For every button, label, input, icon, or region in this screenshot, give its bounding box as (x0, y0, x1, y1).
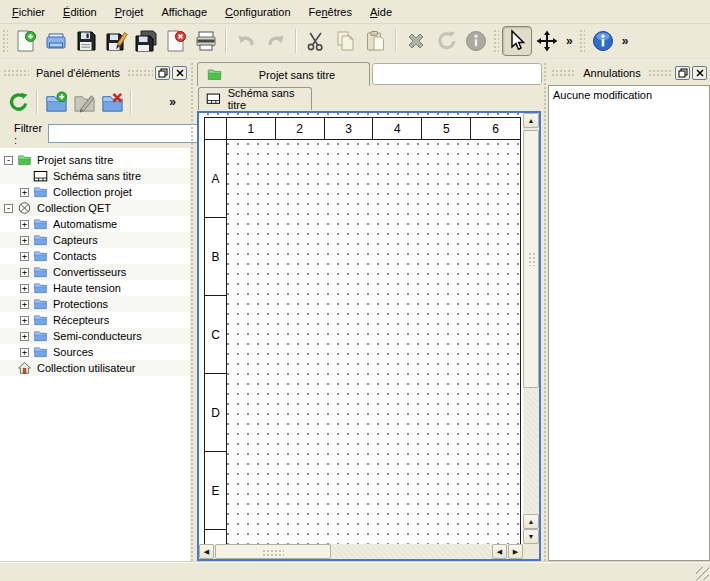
save-button[interactable] (71, 26, 101, 56)
close-dock-button[interactable] (692, 66, 707, 80)
close-dock-button[interactable] (172, 66, 187, 80)
toolbar-overflow-button[interactable]: » (562, 34, 577, 48)
open-project-button[interactable] (41, 26, 71, 56)
copy-icon (334, 29, 358, 53)
refresh-icon (7, 91, 30, 114)
tree-item-schema-sans-titre[interactable]: Schéma sans titre (0, 168, 190, 184)
expand-icon[interactable]: + (20, 316, 29, 325)
expand-icon[interactable]: + (20, 332, 29, 341)
home-icon (17, 361, 32, 375)
horizontal-scroll-thumb[interactable] (215, 544, 331, 559)
tree-item-recepteurs[interactable]: +Récepteurs (0, 312, 190, 328)
tree-item-automatisme[interactable]: +Automatisme (0, 216, 190, 232)
save-all-button[interactable] (131, 26, 161, 56)
float-dock-button[interactable] (155, 66, 170, 80)
undo-history-list[interactable]: Aucune modification (548, 85, 710, 561)
schema-view[interactable]: 123456 ABCDE ▲ ▲ ▼ ◀ ◀ ▶ (197, 111, 541, 561)
column-header-2: 2 (276, 118, 325, 139)
expand-icon[interactable]: + (20, 252, 29, 261)
row-header-d: D (205, 374, 227, 452)
menu-projet[interactable]: Projet (106, 2, 153, 22)
scroll-right-button[interactable]: ▶ (508, 544, 523, 559)
redo-button[interactable] (261, 26, 291, 56)
expand-icon[interactable]: + (20, 236, 29, 245)
close-file-button[interactable] (161, 26, 191, 56)
object-info-button[interactable] (461, 26, 491, 56)
horizontal-scrollbar[interactable]: ◀ ◀ ▶ (199, 544, 523, 559)
new-project-button[interactable] (11, 26, 41, 56)
collapse-icon[interactable]: - (4, 204, 13, 213)
scroll-down-button[interactable]: ▼ (523, 529, 539, 544)
expand-icon[interactable]: + (20, 300, 29, 309)
left-splitter[interactable] (190, 62, 195, 562)
folder-blue-icon (33, 345, 48, 359)
toolbar-overflow-button[interactable]: » (618, 34, 633, 48)
titlebar-texture (648, 69, 673, 77)
filter-input[interactable] (48, 124, 198, 143)
toolbar-drag-handle[interactable] (2, 29, 8, 53)
collapse-icon[interactable]: - (4, 156, 13, 165)
tree-item-label: Récepteurs (53, 314, 109, 326)
tree-item-projet-sans-titre[interactable]: -Projet sans titre (0, 152, 190, 168)
toolbar-separator (295, 29, 297, 53)
copy-button[interactable] (331, 26, 361, 56)
tree-item-contacts[interactable]: +Contacts (0, 248, 190, 264)
menu-affichage[interactable]: Affichage (152, 2, 216, 22)
edit-category-button[interactable] (70, 88, 98, 116)
tab-project[interactable]: Projet sans titre (197, 62, 370, 86)
about-button[interactable] (588, 26, 618, 56)
tree-item-collection-projet[interactable]: +Collection projet (0, 184, 190, 200)
elements-panel-title: Panel d'éléments (29, 67, 127, 79)
expand-icon[interactable]: + (20, 284, 29, 293)
menu-edition[interactable]: Édition (54, 2, 106, 22)
schema-canvas[interactable]: 123456 ABCDE (199, 113, 523, 544)
tree-item-collection-qet[interactable]: -Collection QET (0, 200, 190, 216)
tree-item-collection-utilisateur[interactable]: Collection utilisateur (0, 360, 190, 376)
pan-tool-button[interactable] (532, 26, 562, 56)
tree-item-convertisseurs[interactable]: +Convertisseurs (0, 264, 190, 280)
delete-button[interactable] (401, 26, 431, 56)
tree-item-sources[interactable]: +Sources (0, 344, 190, 360)
expand-icon[interactable]: + (20, 348, 29, 357)
save-as-button[interactable] (101, 26, 131, 56)
tree-item-label: Automatisme (53, 218, 117, 230)
rotate-button[interactable] (431, 26, 461, 56)
float-dock-button[interactable] (675, 66, 690, 80)
vertical-scroll-thumb[interactable] (523, 130, 539, 388)
expand-icon[interactable]: + (20, 268, 29, 277)
expand-icon[interactable]: + (20, 188, 29, 197)
cursor-icon (505, 29, 529, 53)
tab-schema[interactable]: Schéma sans titre (198, 87, 312, 110)
scroll-left-button-2[interactable]: ◀ (492, 544, 507, 559)
scroll-up-button[interactable]: ▲ (523, 113, 539, 128)
resize-grip[interactable] (696, 567, 709, 580)
menu-configuration[interactable]: Configuration (216, 2, 299, 22)
print-button[interactable] (191, 26, 221, 56)
new-category-button[interactable] (42, 88, 70, 116)
redo-icon (264, 29, 288, 53)
scroll-up-button-2[interactable]: ▲ (523, 514, 539, 529)
tree-item-semi-conducteurs[interactable]: +Semi-conducteurs (0, 328, 190, 344)
panel-toolbar-overflow-button[interactable]: » (165, 95, 180, 109)
undo-button[interactable] (231, 26, 261, 56)
delete-category-button[interactable] (98, 88, 126, 116)
menu-fenetres[interactable]: Fenêtres (300, 2, 361, 22)
toolbar-drag-handle[interactable] (493, 29, 499, 53)
undo-history-item[interactable]: Aucune modification (553, 89, 705, 105)
menu-aide[interactable]: Aide (361, 2, 401, 22)
tree-item-capteurs[interactable]: +Capteurs (0, 232, 190, 248)
tree-item-haute-tension[interactable]: +Haute tension (0, 280, 190, 296)
elements-panel-titlebar: Panel d'éléments (3, 64, 187, 81)
elements-tree: -Projet sans titreSchéma sans titre+Coll… (0, 148, 190, 562)
menu-fichier[interactable]: Fichier (3, 2, 54, 22)
column-header-5: 5 (422, 118, 471, 139)
scroll-left-button[interactable]: ◀ (199, 544, 214, 559)
cut-button[interactable] (301, 26, 331, 56)
select-tool-button[interactable] (502, 26, 532, 56)
vertical-scrollbar[interactable]: ▲ ▲ ▼ (523, 113, 539, 544)
tree-item-protections[interactable]: +Protections (0, 296, 190, 312)
expand-icon[interactable]: + (20, 220, 29, 229)
paste-button[interactable] (361, 26, 391, 56)
reload-collections-button[interactable] (4, 88, 32, 116)
toolbar-drag-handle[interactable] (579, 29, 585, 53)
